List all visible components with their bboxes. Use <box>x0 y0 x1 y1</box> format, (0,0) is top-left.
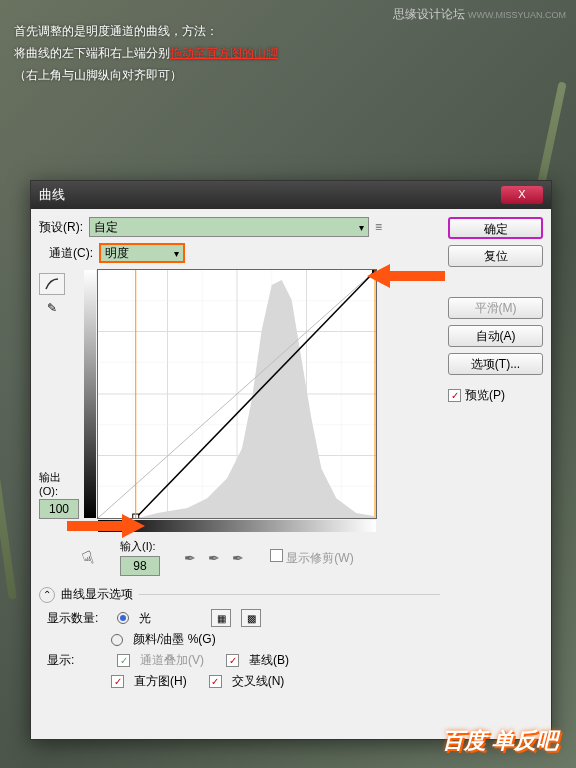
curve-graph[interactable] <box>97 269 377 519</box>
arrow-right-indicator <box>365 261 445 291</box>
watermark-top: 思缘设计论坛 WWW.MISSYUAN.COM <box>393 6 566 23</box>
radio-light[interactable] <box>117 612 129 624</box>
show-clip-label: 显示修剪(W) <box>286 551 353 565</box>
curves-dialog: 曲线 X 预设(R): 自定 ≡ 通道(C): 明度 ✎ <box>30 180 552 740</box>
grid-fine-button[interactable]: ▩ <box>241 609 261 627</box>
channel-label: 通道(C): <box>49 245 93 262</box>
grid-coarse-button[interactable]: ▦ <box>211 609 231 627</box>
cb-overlay[interactable]: ✓ <box>117 654 130 667</box>
preview-checkbox[interactable]: ✓ <box>448 389 461 402</box>
preview-label: 预览(P) <box>465 387 505 404</box>
preset-label: 预设(R): <box>39 219 83 236</box>
display-label: 显示: <box>47 652 107 669</box>
radio-ink[interactable] <box>111 634 123 646</box>
svg-marker-20 <box>67 514 145 538</box>
show-clip-checkbox[interactable] <box>270 549 283 562</box>
eyedropper-white-icon[interactable]: ✒ <box>232 550 250 566</box>
cb-cross[interactable]: ✓ <box>209 675 222 688</box>
cb-histogram[interactable]: ✓ <box>111 675 124 688</box>
display-amount-label: 显示数量: <box>47 610 107 627</box>
watermark-bottom: 百度 单反吧 <box>442 726 558 756</box>
output-label: 输出(O): <box>39 470 79 497</box>
channel-dropdown[interactable]: 明度 <box>99 243 185 263</box>
preset-menu-icon[interactable]: ≡ <box>375 220 382 234</box>
reset-button[interactable]: 复位 <box>448 245 543 267</box>
section-header: 曲线显示选项 <box>61 586 133 603</box>
eyedropper-black-icon[interactable]: ✒ <box>184 550 202 566</box>
arrow-left-indicator <box>67 511 147 541</box>
preset-dropdown[interactable]: 自定 <box>89 217 369 237</box>
window-title: 曲线 <box>39 186 501 204</box>
histogram <box>98 270 376 518</box>
collapse-chevron-icon[interactable]: ⌃ <box>39 587 55 603</box>
cb-baseline[interactable]: ✓ <box>226 654 239 667</box>
auto-button[interactable]: 自动(A) <box>448 325 543 347</box>
eyedropper-gray-icon[interactable]: ✒ <box>208 550 226 566</box>
annotation-text: 首先调整的是明度通道的曲线，方法： 将曲线的左下端和右上端分别拖动至直方图的山脚… <box>14 20 278 86</box>
options-button[interactable]: 选项(T)... <box>448 353 543 375</box>
close-button[interactable]: X <box>501 186 543 204</box>
smooth-button[interactable]: 平滑(M) <box>448 297 543 319</box>
gradient-vertical <box>84 270 96 518</box>
curve-tool-icon[interactable] <box>39 273 65 295</box>
hand-tool-icon[interactable]: ☟ <box>80 545 98 569</box>
input-label: 输入(I): <box>120 539 160 554</box>
titlebar[interactable]: 曲线 X <box>31 181 551 209</box>
input-value[interactable]: 98 <box>120 556 160 576</box>
pencil-tool-icon[interactable]: ✎ <box>39 297 65 319</box>
ok-button[interactable]: 确定 <box>448 217 543 239</box>
svg-marker-21 <box>367 264 445 288</box>
